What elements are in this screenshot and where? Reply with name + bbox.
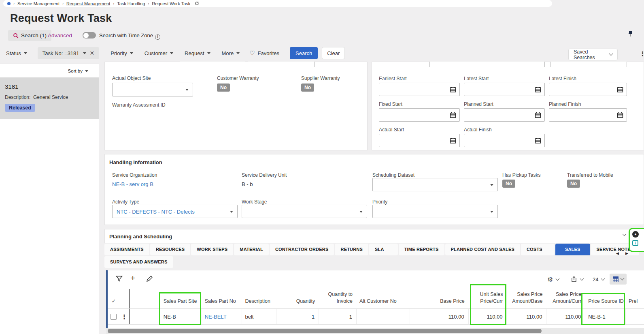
tab-assignments[interactable]: ASSIGNMENTS <box>104 244 149 255</box>
chevron-down-icon <box>580 276 584 280</box>
service-organization-label: Service Organization <box>112 172 157 178</box>
planned-start-input[interactable] <box>464 108 545 122</box>
tab-returns[interactable]: RETURNS <box>335 244 368 255</box>
col-prel[interactable]: Prel <box>626 298 644 308</box>
clipped-field[interactable] <box>550 62 627 67</box>
timezone-toggle[interactable] <box>83 32 96 39</box>
tab-planned-cost-and-sales[interactable]: PLANNED COST AND SALES <box>445 244 520 255</box>
filter-more[interactable]: More <box>222 50 240 56</box>
tab-scroll-right-icon[interactable]: ▶ <box>625 251 628 255</box>
caret-down-icon <box>85 70 88 72</box>
clipped-field[interactable] <box>429 62 545 67</box>
tab-resources[interactable]: RESOURCES <box>150 244 190 255</box>
tab-sla[interactable]: SLA <box>369 244 398 255</box>
row-checkbox[interactable] <box>111 314 117 320</box>
breadcrumb-task-handling[interactable]: Task Handling <box>117 1 145 6</box>
info-icon[interactable]: i <box>155 34 160 40</box>
tab-contractor-orders[interactable]: CONTRACTOR ORDERS <box>270 244 334 255</box>
col-quantity-to-invoice[interactable]: Quantity to Invoice <box>319 291 357 308</box>
priority-label: Priority <box>372 199 387 205</box>
row-kebab-icon[interactable]: ⋮ <box>121 314 127 320</box>
breadcrumb-request-management[interactable]: Request Management <box>66 1 110 6</box>
col-base-price[interactable]: Base Price <box>410 298 469 308</box>
actual-object-site-select[interactable] <box>112 83 193 96</box>
service-organization-link[interactable]: NE-B - serv org B <box>112 181 153 187</box>
actual-object-site-label: Actual Object Site <box>112 75 151 81</box>
calendar-icon[interactable] <box>617 112 623 118</box>
app-dot-icon <box>7 2 11 5</box>
caret-down-icon <box>230 211 233 213</box>
advanced-tab[interactable]: Advanced <box>48 32 72 39</box>
col-sales-price-amount-base[interactable]: Sales Price Amount/Base <box>507 291 547 308</box>
fixed-start-input[interactable] <box>379 108 460 122</box>
favorites-button[interactable]: ♡Favorites <box>249 49 279 57</box>
edit-pencil-icon[interactable] <box>146 275 153 283</box>
search-tab-label: Search (1) <box>21 32 47 39</box>
tab-time-reports[interactable]: TIME REPORTS <box>399 244 444 255</box>
clipped-field[interactable] <box>248 62 315 67</box>
priority-select[interactable] <box>372 205 498 218</box>
tab-sales[interactable]: SALES <box>555 244 590 255</box>
table-view-dropdown[interactable] <box>610 274 627 285</box>
calendar-icon[interactable] <box>617 86 623 93</box>
scrollbar-thumb[interactable] <box>108 329 542 333</box>
cell-quantity: 1 <box>276 309 319 324</box>
page-size-dropdown[interactable]: 24 <box>593 276 604 283</box>
cell-sales-part-no-link[interactable]: NE-BELT <box>202 309 242 324</box>
highlight-box-unit-sales-price <box>470 284 506 325</box>
calendar-icon[interactable] <box>535 137 541 144</box>
has-pickup-tasks-label: Has Pickup Tasks <box>502 172 540 178</box>
col-quantity[interactable]: Quantity <box>276 298 319 308</box>
col-sales-price-amount-curr[interactable]: Sales Price Amount/Curr <box>546 291 585 308</box>
refresh-icon[interactable] <box>195 1 199 6</box>
filter-status[interactable]: Status <box>6 50 27 56</box>
select-all-check-icon[interactable]: ✓ <box>108 298 120 308</box>
more-options-kebab-icon[interactable]: ⋮ <box>640 51 644 57</box>
list-item-task-3181[interactable]: 3181 Description: General Service Releas… <box>0 77 99 119</box>
search-button[interactable]: Search <box>290 47 318 59</box>
tab-costs[interactable]: COSTS <box>521 244 555 255</box>
calendar-icon[interactable] <box>535 112 541 118</box>
breadcrumb-request-work-task[interactable]: Request Work Task <box>152 1 190 6</box>
cell-description: belt <box>242 309 276 324</box>
clipped-field[interactable] <box>180 62 245 67</box>
saved-searches-dropdown[interactable]: Saved Searches <box>568 49 618 60</box>
tab-material[interactable]: MATERIAL <box>234 244 269 255</box>
tab-surveys-and-answers[interactable]: SURVEYS AND ANSWERS <box>104 256 173 268</box>
filter-customer[interactable]: Customer <box>145 50 173 56</box>
filter-priority[interactable]: Priority <box>111 50 133 56</box>
filter-chip-task-no[interactable]: Task No: =3181 ✕ <box>38 47 99 59</box>
calendar-icon[interactable] <box>450 137 456 144</box>
remove-filter-icon[interactable]: ✕ <box>90 50 95 56</box>
table-settings-dropdown[interactable]: ⚙ <box>547 276 559 283</box>
latest-finish-input[interactable] <box>549 83 627 96</box>
scheduling-dataset-select[interactable] <box>372 178 498 191</box>
export-dropdown[interactable] <box>571 276 583 283</box>
earliest-start-input[interactable] <box>379 83 460 96</box>
pin-icon[interactable] <box>628 31 633 37</box>
latest-start-input[interactable] <box>464 83 545 96</box>
filter-request[interactable]: Request <box>185 50 210 56</box>
calendar-icon[interactable] <box>450 86 456 93</box>
sort-by-dropdown[interactable]: Sort by <box>68 69 88 73</box>
clear-button[interactable]: Clear <box>322 47 345 59</box>
filter-funnel-icon[interactable] <box>116 276 123 283</box>
tab-work-steps[interactable]: WORK STEPS <box>191 244 233 255</box>
actual-start-input[interactable] <box>379 134 460 147</box>
widget-dark-icon[interactable]: ● <box>632 231 639 238</box>
widget-teal-icon[interactable]: i <box>632 240 638 246</box>
planned-finish-input[interactable] <box>549 108 627 122</box>
activity-type-select[interactable]: NTC - DEFECTS - NTC - Defects <box>112 205 238 218</box>
col-sales-part-no[interactable]: Sales Part No <box>202 298 242 308</box>
calendar-icon[interactable] <box>535 86 541 93</box>
collapse-chevron-icon[interactable] <box>623 232 627 236</box>
breadcrumb-service-management[interactable]: Service Management <box>17 1 60 6</box>
col-alt-customer-no[interactable]: Alt Customer No <box>357 298 410 308</box>
search-tab[interactable]: Search (1) <box>8 30 51 41</box>
tab-scroll-left-icon[interactable]: ◀ <box>616 251 619 255</box>
actual-finish-input[interactable] <box>464 134 545 147</box>
calendar-icon[interactable] <box>450 112 456 118</box>
col-description[interactable]: Description <box>242 298 276 308</box>
add-row-icon[interactable]: + <box>130 273 135 283</box>
work-stage-select[interactable] <box>242 205 367 218</box>
